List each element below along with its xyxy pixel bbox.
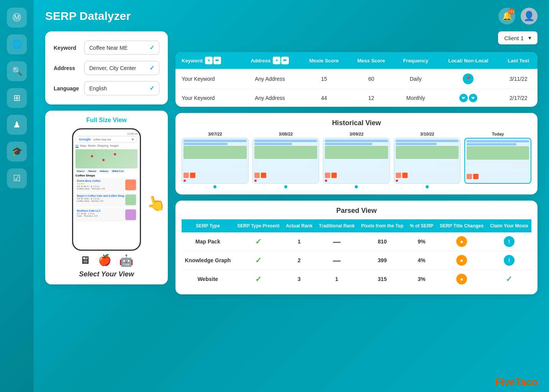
thumb-listing [325,160,388,163]
pr2-percent: 4% [406,251,436,270]
hist-thumb-4[interactable] [394,138,461,184]
thumb-icon [467,174,472,179]
pr1-pixels: 810 [358,232,406,251]
listing-name-2: Boyer's Coffee Cafe and Coffee Shop [77,194,125,197]
thumb-listing [184,160,247,163]
thumb-icon [402,173,408,178]
desktop-icon[interactable]: 🖥 [80,254,90,267]
address-add-btn[interactable]: + [273,57,280,64]
historical-item-1: 3/07/22 [182,132,249,188]
phone-container: 11:00 ▪▪▪ Google coffee near me ✕ All Ma… [51,128,162,251]
hist-thumb-1[interactable] [182,138,249,184]
dot [254,180,257,182]
sidebar-item-learn[interactable]: 🎓 [7,142,27,162]
thumb-icons [254,173,318,178]
thumb-bar [184,143,228,145]
branding-text: FiveTaco [495,376,538,388]
sidebar-item-puzzle[interactable]: ♟ [7,115,27,135]
thumb-listing [184,168,247,171]
address-select[interactable]: Denver, City Center ✓ [84,61,159,75]
pr3-type: Website [182,270,234,289]
orange-dot-icon-3: ● [456,274,467,284]
listing-detail: 4.5 ★ (617) · $· 1.0 mi [77,185,125,188]
google-logo: Google [79,137,91,141]
nav-maps[interactable]: Maps [80,144,87,148]
address-edit-btn[interactable]: ✏ [281,57,289,64]
nav-books[interactable]: Books [88,144,95,148]
pr1-claim: ! [487,232,531,251]
filter-delivery[interactable]: Delivery [98,170,110,173]
dot-indicator-2 [284,185,287,188]
sidebar-item-search[interactable]: 🔍 [7,61,27,81]
main-content: SERP Datalyzer 🔔 +12 👤 Keyword Coffee Ne… [34,0,549,372]
map-pin-1 [91,155,93,157]
exclaim-icon-2: ! [504,255,515,266]
thumb-map [467,146,529,160]
thumb-map [396,146,459,159]
phone-mockup: 11:00 ▪▪▪ Google coffee near me ✕ All Ma… [72,128,141,251]
hist-inner-4 [394,138,461,183]
filter-takeout[interactable]: Takeout [87,170,98,173]
search-icon: 🔍 [12,66,22,76]
hist-date-4: 3/10/22 [420,132,434,136]
pr1-traditional: — [316,232,358,251]
android-icon[interactable]: 🤖 [119,254,133,267]
present-check-1: ✓ [255,237,262,246]
filter-dine-in[interactable]: Dine-in [75,170,86,173]
thumb-icon [184,173,189,178]
nav-images[interactable]: Images [110,144,119,148]
keyword-add-btn[interactable]: + [205,57,213,64]
parsed-title: Parsed View [182,207,531,215]
notification-bell[interactable]: 🔔 +12 [498,8,515,24]
hist-thumb-3[interactable] [323,138,390,184]
avatar[interactable]: 👤 [521,8,538,24]
th-last-test: Last Test [500,52,538,69]
hist-thumb-2[interactable] [252,138,320,184]
trad-dash-1: — [333,237,341,246]
nav-shopping[interactable]: Shopping [97,144,108,148]
pr2-pixels: 399 [358,251,406,270]
sidebar-item-globe[interactable]: 🌐 [7,34,27,54]
row2-mess: 12 [348,89,394,107]
parsed-table: SERP Type SERP Type Present Actual Rank … [182,219,531,288]
th-local: Local/ Non-Local [437,52,500,69]
header-right: 🔔 +12 👤 [498,8,538,24]
apple-icon[interactable]: 🍎 [98,254,111,267]
row1-frequency: Daily [394,69,437,89]
listing-info-3: Brothers Cafe LLC 3.7 ★ (9) · 1.2 mi Caf… [77,209,125,220]
historical-title: Historical View [182,119,531,127]
row2-local: ❤ ❤ [437,89,500,107]
pr3-percent: 3% [406,270,436,289]
listing-thumb-3 [125,209,136,220]
sidebar-item-grid[interactable]: ⊞ [7,88,27,108]
thumb-icons [184,173,247,178]
thumb-icon [325,173,330,178]
local-double-icon: ❤ ❤ [441,94,496,102]
thumb-map [325,146,388,159]
dot-indicator-4 [426,185,429,188]
pr2-type: Knowledge Graph [182,251,234,270]
row2-frequency: Monthly [394,89,437,107]
thumb-listing [396,160,459,163]
thumb-bar [325,140,388,142]
thumb-listing [254,160,318,163]
parsed-row: Knowledge Graph ✓ 2 — 399 4% ● ! [182,251,531,270]
filter-5mi[interactable]: Within 5 mi [111,170,125,173]
historical-item-3: 3/09/22 [323,132,390,188]
hist-thumb-today[interactable] [464,138,531,184]
sidebar-item-check[interactable]: ☑ [7,168,27,188]
thumb-bar [396,143,437,145]
thumb-icon [254,173,260,178]
sidebar-item-metro[interactable]: Ⓜ [7,8,27,28]
client-dropdown[interactable]: Client 1 ▾ [498,31,538,44]
language-select[interactable]: English ✓ [84,81,159,95]
thumb-listing [467,161,529,164]
local-single-icon: 📍 [463,74,474,84]
check-box-icon: ☑ [13,173,21,183]
keyword-edit-btn[interactable]: ✏ [213,57,221,64]
nav-all[interactable]: All [75,144,79,148]
grid-icon: ⊞ [13,93,20,103]
address-value: Denver, City Center [89,65,136,71]
listing-boyers: Boyer's Coffee Cafe and Coffee Shop 4.8 … [75,193,138,207]
keyword-select[interactable]: Coffee Near ME ✓ [84,41,159,55]
